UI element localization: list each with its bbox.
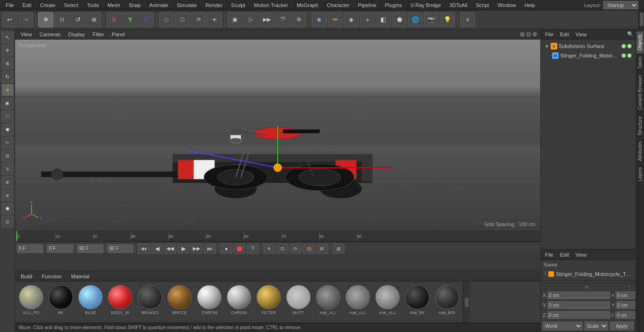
- render-region-button[interactable]: ▣: [227, 12, 242, 27]
- paint-tool[interactable]: ⬢: [1, 202, 14, 215]
- menu-plugins[interactable]: Plugins: [381, 1, 405, 9]
- help-button[interactable]: ?: [247, 243, 259, 254]
- render-settings-button[interactable]: ⚙: [291, 12, 306, 27]
- tree-expand-icon[interactable]: ▼: [545, 44, 549, 49]
- start-frame-input[interactable]: [47, 244, 73, 253]
- menu-render[interactable]: Render: [202, 1, 226, 9]
- attr-object-row[interactable]: └ Stinger_Folding_Motorcycle_Trai...: [541, 270, 636, 278]
- coord-z-pos-input[interactable]: [547, 311, 610, 319]
- material-mat-all-2[interactable]: mat_ALL: [344, 285, 372, 320]
- scale-tool[interactable]: ⊠: [1, 57, 14, 70]
- menu-3dtoall[interactable]: 3DToAll: [446, 1, 471, 9]
- menu-mograph[interactable]: MoGraph: [293, 1, 322, 9]
- menu-select[interactable]: Select: [60, 1, 83, 9]
- redo-button[interactable]: ↪: [18, 12, 33, 27]
- shrink-tool[interactable]: ◎: [1, 216, 14, 228]
- menu-window[interactable]: Window: [494, 1, 520, 9]
- go-to-end-button[interactable]: ⏭: [204, 243, 216, 254]
- object-row-motorcycle[interactable]: M Stinger_Folding_Motorcycle_Trai...: [543, 51, 634, 60]
- tab-takes[interactable]: Takes: [636, 53, 644, 72]
- layout-select[interactable]: Startup Standard: [603, 1, 638, 9]
- active-tool[interactable]: ★: [1, 84, 14, 96]
- material-broze[interactable]: BROZE: [165, 285, 194, 320]
- current-frame-input[interactable]: [17, 244, 43, 253]
- material-alu-po[interactable]: ALU_PO: [17, 285, 45, 320]
- cube-button[interactable]: ■: [312, 12, 327, 27]
- timeline-extra[interactable]: ⊞: [316, 243, 328, 254]
- menu-motion-tracker[interactable]: Motion Tracker: [250, 1, 292, 9]
- preview-max-input[interactable]: [107, 244, 133, 253]
- record-button[interactable]: ⬤: [233, 243, 246, 254]
- menu-file[interactable]: File: [2, 1, 18, 9]
- attr-file-menu[interactable]: File: [543, 251, 556, 258]
- lasso-select[interactable]: ⬡: [1, 110, 14, 122]
- timeline-ruler[interactable]: 0 10 20 30 40 50: [15, 231, 540, 242]
- tab-attributes[interactable]: Attributes: [636, 138, 644, 164]
- menu-vray[interactable]: V-Ray Bridge: [407, 1, 445, 9]
- material-mat-bk[interactable]: mat_BK: [403, 285, 431, 320]
- render-view-button[interactable]: ▷: [243, 12, 258, 27]
- material-function-menu[interactable]: Function: [39, 273, 64, 280]
- viewport-layout-icon[interactable]: ⊟: [526, 31, 531, 38]
- picture-viewer-button[interactable]: 🎬: [275, 12, 290, 27]
- z-axis-button[interactable]: Z: [139, 12, 154, 27]
- pointer-tool[interactable]: ↖: [1, 31, 14, 43]
- bridge-tool[interactable]: ⊟: [1, 150, 14, 162]
- viewport-maximize-icon[interactable]: ⊞: [520, 31, 525, 38]
- viewport-panel-menu[interactable]: Panel: [109, 31, 128, 38]
- box-select[interactable]: ▣: [1, 97, 14, 109]
- go-to-start-button[interactable]: ⏮: [138, 243, 150, 254]
- coord-x-pos-input[interactable]: [547, 292, 610, 299]
- rotate-tool[interactable]: ↻: [1, 71, 14, 83]
- viewport[interactable]: View Cameras Display Filter Panel ⊞ ⊟ ⚙: [15, 29, 540, 231]
- vis-dot-render-m[interactable]: [621, 53, 626, 58]
- coord-y-size-input[interactable]: [616, 301, 636, 309]
- add-button[interactable]: +: [207, 12, 222, 27]
- sculpt-tool[interactable]: ⊘: [1, 189, 14, 202]
- coord-x-size-input[interactable]: [616, 292, 636, 299]
- smooth-tool[interactable]: S: [1, 163, 14, 175]
- move-tool[interactable]: ✛: [1, 44, 14, 57]
- camera-button[interactable]: 📷: [424, 12, 439, 27]
- play-backward-button[interactable]: ◀◀: [164, 243, 176, 254]
- apply-button[interactable]: Apply: [610, 322, 634, 330]
- material-bk[interactable]: BK: [47, 285, 75, 320]
- obj-edit-menu[interactable]: Edit: [558, 31, 571, 38]
- tab-layers[interactable]: Layers: [636, 164, 644, 184]
- material-mat-all-1[interactable]: mat_ALL: [314, 285, 342, 320]
- viewport-view-menu[interactable]: View: [18, 31, 35, 38]
- animation-settings[interactable]: ⟳: [289, 243, 302, 254]
- attr-view-menu[interactable]: View: [573, 251, 589, 258]
- object-row-subdivision[interactable]: ▼ S Subdivision Surface: [543, 41, 634, 51]
- tab-structure[interactable]: Structure: [636, 113, 644, 138]
- menu-tools[interactable]: Tools: [83, 1, 103, 9]
- menu-help[interactable]: Help: [521, 1, 539, 9]
- knife-tool[interactable]: ✂: [1, 137, 14, 149]
- menu-edit[interactable]: Edit: [19, 1, 35, 9]
- x-axis-button[interactable]: X: [107, 12, 122, 27]
- motion-clip-button[interactable]: ✛: [263, 243, 275, 254]
- material-mat-all-3[interactable]: mat_ALL: [373, 285, 402, 320]
- coord-y-pos-input[interactable]: [547, 301, 610, 309]
- timeline-layout-button[interactable]: ▤: [332, 243, 345, 254]
- viewport-canvas[interactable]: Perspective Grid Spacing : 100 cm X Z Y: [15, 40, 540, 231]
- rotate-tool-button[interactable]: ↺: [70, 12, 85, 27]
- material-chrom-1[interactable]: CHROM: [195, 285, 223, 320]
- auto-key-button[interactable]: ●: [220, 243, 232, 254]
- material-matt[interactable]: MATT: [284, 285, 313, 320]
- tab-content-browser[interactable]: Content Browser: [636, 72, 644, 113]
- tab-objects[interactable]: Objects: [636, 31, 644, 53]
- material-material-menu[interactable]: Material: [68, 273, 92, 280]
- step-back-button[interactable]: ◀: [151, 243, 163, 254]
- deformer-button[interactable]: ◧: [376, 12, 391, 27]
- undo-button[interactable]: ↩: [2, 12, 17, 27]
- vis-dot-editor[interactable]: [627, 44, 632, 49]
- object-mode-button[interactable]: □: [159, 12, 174, 27]
- end-frame-input[interactable]: [77, 244, 103, 253]
- move-tool-button[interactable]: ✥: [38, 12, 53, 27]
- menu-animate[interactable]: Animate: [146, 1, 172, 9]
- menu-character[interactable]: Character: [323, 1, 353, 9]
- grid-button[interactable]: #: [460, 12, 475, 27]
- scene-button[interactable]: 🌐: [408, 12, 423, 27]
- menu-create[interactable]: Create: [36, 1, 59, 9]
